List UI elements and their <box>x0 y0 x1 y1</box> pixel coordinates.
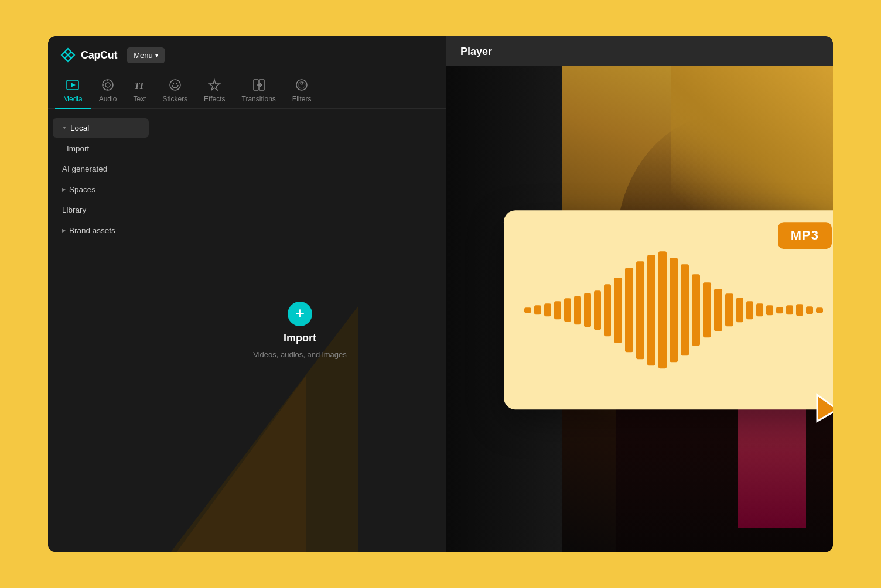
svg-point-9 <box>170 80 180 90</box>
svg-point-11 <box>176 83 177 84</box>
sidebar-item-spaces[interactable]: ▶ Spaces <box>53 180 149 199</box>
menu-arrow: ▾ <box>155 52 158 59</box>
toolbar-transitions-label: Transitions <box>242 95 276 103</box>
import-label: Import <box>284 332 316 344</box>
mp3-badge: MP3 <box>778 222 832 249</box>
wave-bar <box>725 293 733 326</box>
wave-bar <box>534 305 541 314</box>
app-name: CapCut <box>81 49 117 61</box>
logo: CapCut <box>60 47 117 63</box>
wave-bar <box>703 282 711 337</box>
toolbar-item-audio[interactable]: Audio <box>91 74 125 109</box>
wave-bar <box>524 307 531 313</box>
sidebar-brand-assets-label: Brand assets <box>69 226 115 235</box>
stickers-icon <box>169 78 182 91</box>
sidebar-ai-label: AI generated <box>62 165 107 173</box>
sidebar-local-label: Local <box>70 124 89 132</box>
filters-icon <box>295 78 308 91</box>
brand-assets-arrow: ▶ <box>62 228 66 233</box>
menu-label: Menu <box>134 51 153 60</box>
wave-bar <box>806 306 813 314</box>
wave-bar <box>714 289 722 331</box>
capcut-logo-icon <box>60 47 76 63</box>
toolbar-audio-label: Audio <box>99 95 117 103</box>
mp3-card: MP3 <box>504 210 833 409</box>
sidebar-item-ai-generated[interactable]: AI generated <box>53 159 149 179</box>
wave-bar <box>692 274 700 346</box>
sidebar-library-label: Library <box>62 206 86 214</box>
wave-bar <box>636 261 644 359</box>
sidebar-spaces-label: Spaces <box>69 185 95 194</box>
wave-bar <box>816 307 823 313</box>
spaces-arrow: ▶ <box>62 187 66 192</box>
audio-icon <box>101 78 114 91</box>
import-subtitle: Videos, audios, and images <box>253 350 346 359</box>
wave-bar <box>647 255 655 365</box>
toolbar-item-stickers[interactable]: Stickers <box>154 74 196 109</box>
media-icon <box>66 78 79 91</box>
wave-bar <box>736 298 743 322</box>
toolbar-item-media[interactable]: Media <box>55 74 91 109</box>
waveform <box>507 251 833 368</box>
effects-icon <box>208 78 221 91</box>
header: CapCut Menu ▾ <box>48 36 446 74</box>
import-button[interactable]: + <box>288 302 312 326</box>
toolbar-text-label: Text <box>133 95 146 103</box>
wave-bar <box>614 278 622 343</box>
sidebar-item-library[interactable]: Library <box>53 200 149 220</box>
local-arrow: ▼ <box>62 125 67 131</box>
svg-marker-18 <box>817 395 833 421</box>
editor-panel: CapCut Menu ▾ Media <box>48 36 446 552</box>
player-panel: Player MP3 <box>446 36 833 552</box>
sidebar-import-label: Import <box>67 144 89 153</box>
sidebar: ▼ Local Import AI generated ▶ Spaces Lib… <box>48 109 153 552</box>
text-icon: TI <box>133 78 146 91</box>
wave-bar <box>658 251 667 368</box>
menu-button[interactable]: Menu ▾ <box>127 47 165 63</box>
sidebar-item-local[interactable]: ▼ Local <box>53 118 149 138</box>
wave-bar <box>766 305 773 315</box>
svg-point-3 <box>105 83 110 87</box>
toolbar: Media Audio TI Text <box>48 74 446 109</box>
main-content: + Import Videos, audios, and images <box>153 109 446 552</box>
wave-bar <box>625 268 633 352</box>
svg-marker-12 <box>209 80 220 90</box>
wave-bar <box>564 298 571 322</box>
toolbar-filters-label: Filters <box>292 95 312 103</box>
toolbar-item-transitions[interactable]: Transitions <box>234 74 284 109</box>
svg-point-2 <box>103 80 113 90</box>
wave-bar <box>681 264 689 355</box>
main-container: CapCut Menu ▾ Media <box>48 36 833 552</box>
sidebar-item-brand-assets[interactable]: ▶ Brand assets <box>53 221 149 240</box>
wave-bar <box>584 293 591 327</box>
wave-bar <box>604 284 611 336</box>
wave-bar <box>594 290 601 330</box>
transitions-icon <box>252 78 265 91</box>
toolbar-item-filters[interactable]: Filters <box>284 74 320 109</box>
wave-bar <box>756 303 763 316</box>
svg-point-17 <box>301 82 303 84</box>
import-plus-icon: + <box>295 305 305 322</box>
wave-bar <box>796 304 803 316</box>
wave-bar <box>554 301 561 319</box>
import-area[interactable]: + Import Videos, audios, and images <box>253 302 346 359</box>
wave-bar <box>670 258 678 362</box>
content-area: ▼ Local Import AI generated ▶ Spaces Lib… <box>48 109 446 552</box>
wave-bar <box>574 296 581 324</box>
toolbar-stickers-label: Stickers <box>162 95 187 103</box>
toolbar-item-text[interactable]: TI Text <box>125 74 154 109</box>
svg-marker-1 <box>71 83 76 87</box>
toolbar-effects-label: Effects <box>204 95 225 103</box>
wave-bar <box>746 301 753 319</box>
svg-point-10 <box>173 83 174 84</box>
toolbar-media-label: Media <box>63 95 83 103</box>
wave-bar <box>776 307 783 313</box>
wave-bar <box>786 305 793 314</box>
svg-text:TI: TI <box>134 81 144 91</box>
cursor-indicator <box>814 392 833 427</box>
sidebar-item-import[interactable]: Import <box>53 139 149 158</box>
toolbar-item-effects[interactable]: Effects <box>196 74 233 109</box>
wave-bar <box>544 303 551 316</box>
